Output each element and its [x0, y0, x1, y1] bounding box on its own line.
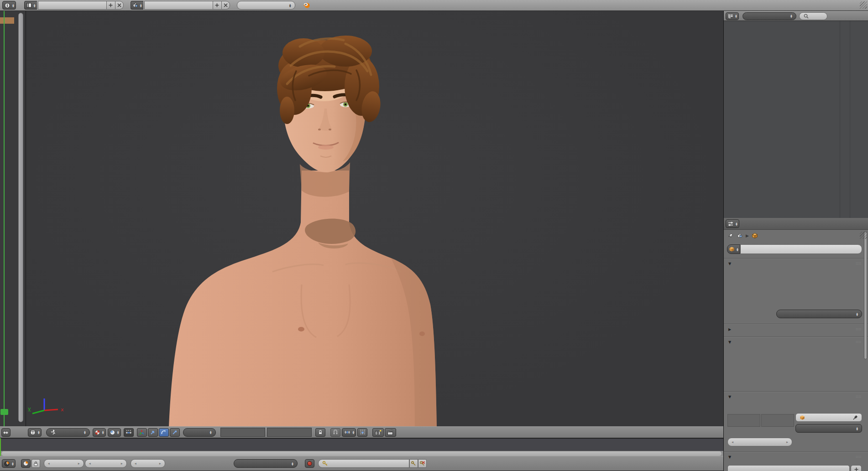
svg-text:y: y: [28, 406, 31, 412]
opengl-render-anim-button[interactable]: [385, 428, 396, 437]
timeline-ruler[interactable]: [0, 438, 723, 456]
snap-increment-icon: [344, 430, 351, 435]
groups-panel-header[interactable]: ▼∷∷: [728, 455, 865, 459]
key-icon: [322, 461, 328, 466]
timeline-editor-icon: [4, 461, 10, 467]
viewport-3d[interactable]: x y: [26, 11, 723, 426]
render-engine-select[interactable]: ▲▼: [237, 1, 295, 10]
manipulator-rotate-toggle[interactable]: [159, 428, 169, 437]
snap-toggle[interactable]: [330, 428, 340, 437]
viewport-shading-select[interactable]: ▲▼: [108, 428, 121, 437]
outliner-display-filter-select[interactable]: ▲▼: [743, 12, 796, 20]
mode-select[interactable]: ▲▼: [46, 428, 90, 437]
pass-index-field[interactable]: ◂▸: [727, 438, 792, 446]
scene-icon-button[interactable]: ▲▼: [131, 1, 143, 10]
delete-scene-button[interactable]: [221, 1, 230, 10]
object-cube-icon: [729, 246, 735, 252]
outliner-search-field[interactable]: [799, 12, 827, 20]
search-icon: [803, 13, 809, 19]
outliner-panel: ▲▼ ▲▼: [723, 11, 868, 218]
blender-logo-icon: [303, 1, 310, 9]
playback-realtime-toggle[interactable]: [21, 459, 31, 468]
manipulator-translate-toggle[interactable]: [148, 428, 158, 437]
info-bar: ▲▼ ▲▼ ▲▼ ▲▼: [0, 0, 868, 11]
frame-end-field[interactable]: ◂▸: [85, 459, 127, 468]
frame-start-field[interactable]: ◂▸: [44, 459, 84, 468]
properties-editor-icon: [727, 221, 734, 227]
view3d-editor-icon: [30, 429, 36, 435]
armature-layers-grid-1[interactable]: [220, 428, 265, 437]
timeline-playhead[interactable]: [0, 438, 1, 456]
screen-layout-icon: [26, 2, 32, 8]
parent-type-select[interactable]: ▲▼: [795, 424, 862, 433]
armature-layers-grid-2[interactable]: [267, 428, 312, 437]
snap-element-select[interactable]: ▲▼: [342, 428, 356, 437]
properties-scrollbar[interactable]: [864, 232, 867, 359]
auto-keyframe-toggle[interactable]: [305, 459, 314, 468]
object-layers-grid-1[interactable]: [727, 414, 760, 427]
dopesheet-editor-type-button[interactable]: [1, 428, 10, 437]
properties-panel: ▲▼ ▶ ▲▼ ▼∷∷ ▲▼ ▶∷∷ ▼∷∷ ▼∷∷: [723, 218, 868, 471]
eyedropper-icon[interactable]: [852, 415, 858, 420]
transform-locks-panel-header[interactable]: ▼∷∷: [728, 340, 865, 344]
screen-layout-icon-button[interactable]: ▲▼: [24, 1, 37, 10]
pivot-point-select[interactable]: ▲▼: [93, 428, 106, 437]
opengl-render-image-button[interactable]: [372, 428, 384, 437]
scene-name-field[interactable]: [144, 1, 213, 10]
outliner-editor-icon: [727, 13, 733, 19]
breadcrumb-scene-icon[interactable]: [737, 233, 743, 239]
timeline-scrollbar[interactable]: [1, 451, 722, 456]
manipulate-center-points-toggle[interactable]: [124, 428, 134, 437]
shading-sphere-icon: [110, 430, 115, 435]
dopesheet-scrollbar[interactable]: [18, 13, 23, 422]
sync-mode-select[interactable]: ▲▼: [234, 459, 298, 468]
rotation-mode-select[interactable]: ▲▼: [776, 310, 862, 318]
timeline-editor-type-button[interactable]: ▲▼: [2, 459, 16, 468]
record-icon: [307, 461, 313, 466]
add-layout-button[interactable]: [106, 1, 115, 10]
screen-layout-field[interactable]: [38, 1, 106, 10]
viewport-editor-type-button[interactable]: ▲▼: [28, 428, 42, 437]
object-name-field[interactable]: [740, 244, 862, 254]
keying-set-field[interactable]: [318, 459, 409, 468]
properties-resize-grip[interactable]: [860, 232, 867, 239]
object-layers-grid-2[interactable]: [761, 414, 794, 427]
outliner-editor-type-button[interactable]: ▲▼: [726, 12, 739, 20]
properties-editor-type-button[interactable]: ▲▼: [726, 219, 739, 228]
snap-target-button[interactable]: [357, 428, 367, 437]
insert-keyframe-button[interactable]: [409, 459, 418, 468]
properties-tabs: ▲▼: [724, 218, 868, 230]
add-to-group-button[interactable]: [727, 465, 850, 471]
manipulator-scale-toggle[interactable]: [170, 428, 180, 437]
parent-object-field[interactable]: [795, 413, 862, 422]
relations-panel-header[interactable]: ▼∷∷: [728, 395, 865, 399]
dopesheet-channel-band: [0, 17, 14, 24]
dopesheet-editor-icon: [3, 430, 9, 435]
pivot-median-icon: [94, 430, 100, 435]
delete-keyframe-button[interactable]: [418, 459, 427, 468]
properties-breadcrumb: ▶: [727, 233, 761, 239]
lock-to-scene-toggle[interactable]: [315, 428, 325, 437]
corner-resize-grip[interactable]: [860, 1, 867, 9]
lock-time-cursor-toggle[interactable]: [31, 459, 40, 468]
pin-icon[interactable]: [727, 233, 734, 239]
object-name-row: ▲▼: [727, 244, 862, 254]
delete-layout-button[interactable]: [115, 1, 124, 10]
dopesheet-playhead[interactable]: [4, 11, 5, 426]
delta-transform-panel-header[interactable]: ▶∷∷: [728, 327, 865, 331]
info-editor-icon: [4, 2, 10, 9]
add-group-plus-button[interactable]: [851, 465, 862, 471]
transform-orientation-select[interactable]: ▲▼: [183, 428, 216, 437]
manipulator-toggle[interactable]: [137, 428, 147, 437]
transform-panel-header[interactable]: ▼∷∷: [728, 262, 865, 266]
info-editor-type-button[interactable]: ▲▼: [2, 1, 16, 10]
outliner-header: ▲▼ ▲▼: [724, 11, 868, 21]
svg-text:x: x: [61, 407, 64, 413]
parent-cube-icon: [800, 415, 805, 420]
axis-gizmo-icon: x y: [27, 397, 68, 417]
breadcrumb-object-icon[interactable]: [752, 233, 758, 239]
object-id-icon-button[interactable]: ▲▼: [727, 244, 740, 254]
character-model[interactable]: [26, 11, 723, 426]
current-frame-field[interactable]: ◂▸: [131, 459, 165, 468]
add-scene-button[interactable]: [213, 1, 221, 10]
